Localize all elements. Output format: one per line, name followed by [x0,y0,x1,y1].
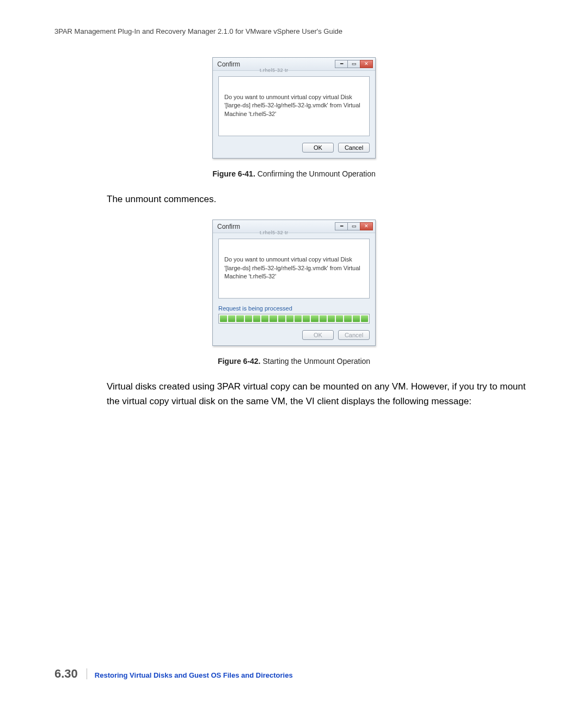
close-icon[interactable]: ✕ [360,60,373,68]
dialog-message: Do you want to unmount virtual copy virt… [218,76,370,136]
close-icon[interactable]: ✕ [360,222,373,230]
figure-label: Figure 6-42. [218,357,261,366]
maximize-icon[interactable]: ▭ [347,60,360,68]
subtitle-ghost: t.rhel5-32 tr [260,230,289,235]
dialog-title: Confirm [217,60,240,68]
confirm-dialog-1: Confirm ━ ▭ ✕ t.rhel5-32 tr Do you want … [212,57,376,159]
cancel-button: Cancel [338,330,370,340]
progress-bar [218,314,370,324]
cancel-button[interactable]: Cancel [338,143,370,153]
dialog-message: Do you want to unmount virtual copy virt… [218,239,370,299]
dialog-title: Confirm [217,223,240,230]
subtitle-ghost: t.rhel5-32 tr [260,68,289,73]
status-label: Request is being processed [213,302,375,313]
page-number: 6.30 [54,667,78,681]
page-header: 3PAR Management Plug-In and Recovery Man… [54,27,534,35]
footer-section-title: Restoring Virtual Disks and Guest OS Fil… [95,671,293,679]
dialog-titlebar: Confirm ━ ▭ ✕ [213,58,375,71]
figure-title: Starting the Unmount Operation [261,357,371,366]
figure-title: Confirming the Unmount Operation [255,169,376,178]
body-paragraph-2: Virtual disks created using 3PAR virtual… [54,380,534,409]
dialog-message-text: Do you want to unmount virtual copy virt… [224,255,364,281]
minimize-icon[interactable]: ━ [335,60,348,68]
dialog-message-text: Do you want to unmount virtual copy virt… [224,93,364,118]
ok-button[interactable]: OK [302,143,334,153]
confirm-dialog-2: Confirm ━ ▭ ✕ t.rhel5-32 tr Do you want … [212,220,376,346]
footer-divider [87,668,87,679]
figure-caption-1: Figure 6-41. Confirming the Unmount Oper… [54,169,534,178]
figure-label: Figure 6-41. [212,169,255,178]
maximize-icon[interactable]: ▭ [347,222,360,230]
dialog-titlebar: Confirm ━ ▭ ✕ [213,220,375,233]
ok-button: OK [302,330,334,340]
figure-caption-2: Figure 6-42. Starting the Unmount Operat… [54,357,534,366]
minimize-icon[interactable]: ━ [335,222,348,230]
body-paragraph-1: The unmount commences. [54,192,534,206]
